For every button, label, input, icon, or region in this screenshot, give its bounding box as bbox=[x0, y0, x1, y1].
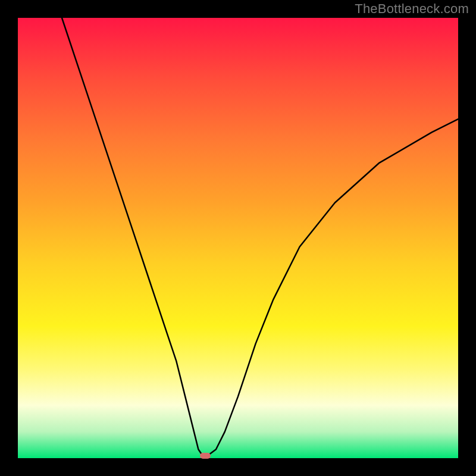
bottleneck-curve bbox=[18, 18, 458, 458]
chart-container: TheBottleneck.com bbox=[0, 0, 476, 476]
optimal-point-marker bbox=[200, 453, 211, 459]
plot-area bbox=[18, 18, 458, 458]
attribution-label: TheBottleneck.com bbox=[355, 1, 469, 17]
